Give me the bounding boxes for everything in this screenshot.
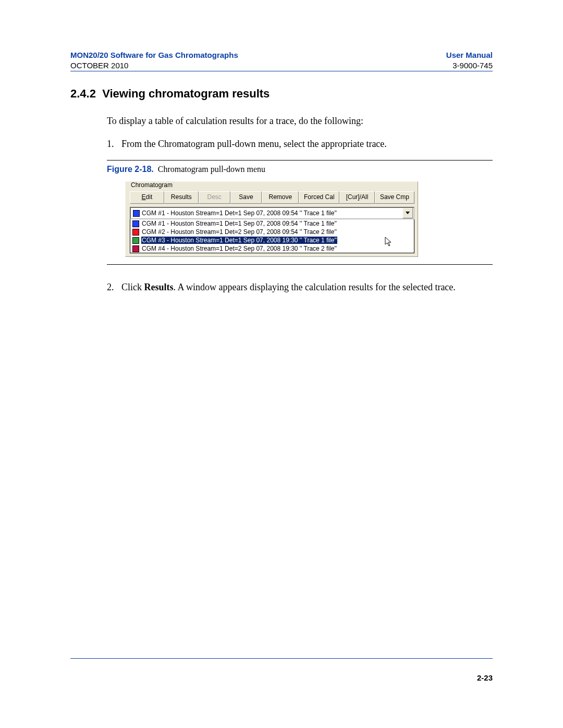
- page-number: 2-23: [477, 673, 493, 682]
- dropdown-item-3[interactable]: CGM #3 - Houston Stream=1 Det=1 Sep 07, …: [130, 236, 414, 244]
- dropdown-item-text: CGM #3 - Houston Stream=1 Det=1 Sep 07, …: [141, 237, 337, 244]
- combo-selected-text: CGM #1 - Houston Stream=1 Det=1 Sep 07, …: [142, 209, 337, 217]
- trace-combobox[interactable]: CGM #1 - Houston Stream=1 Det=1 Sep 07, …: [130, 207, 414, 219]
- figure-caption-text: Chromatogram pull-down menu: [158, 165, 265, 174]
- results-button[interactable]: Results: [164, 191, 199, 204]
- desc-button: Desc: [199, 191, 230, 204]
- figure-label: Figure 2-18.: [107, 165, 154, 174]
- step-2: 2. Click Results. A window appears displ…: [107, 280, 493, 294]
- combo-swatch-icon: [133, 210, 140, 217]
- save-button[interactable]: Save: [230, 191, 262, 204]
- save-cmp-button[interactable]: Save Cmp: [375, 191, 414, 204]
- chevron-down-icon[interactable]: [402, 208, 413, 218]
- cur-all-button[interactable]: [Cur]/All: [339, 191, 375, 204]
- toolbar: Edit Results Desc Save Remove Forced Cal…: [130, 191, 414, 204]
- dropdown-item-text: CGM #4 - Houston Stream=1 Det=2 Sep 07, …: [141, 245, 337, 252]
- trace-dropdown-list[interactable]: CGM #1 - Houston Stream=1 Det=1 Sep 07, …: [130, 219, 414, 253]
- header-date: OCTOBER 2010: [70, 61, 128, 70]
- section-number: 2.4.2: [70, 87, 96, 101]
- header-rule: [70, 71, 493, 71]
- swatch-icon: [132, 220, 139, 227]
- edit-button[interactable]: Edit: [130, 191, 164, 204]
- figure-top-rule: [107, 160, 493, 161]
- step-1-number: 1.: [107, 137, 121, 151]
- svg-marker-0: [406, 212, 410, 214]
- dropdown-item-4[interactable]: CGM #4 - Houston Stream=1 Det=2 Sep 07, …: [130, 244, 414, 253]
- header-doc-number: 3-9000-745: [452, 61, 493, 70]
- dropdown-item-text: CGM #1 - Houston Stream=1 Det=1 Sep 07, …: [141, 220, 337, 227]
- chromatogram-panel: Chromatogram Edit Results Desc Save Remo…: [125, 181, 418, 257]
- step-1: 1. From the Chromatogram pull-down menu,…: [107, 137, 493, 151]
- step-2-number: 2.: [107, 280, 121, 294]
- step-1-text: From the Chromatogram pull-down menu, se…: [121, 137, 387, 151]
- header-product-title: MON20/20 Software for Gas Chromatographs: [70, 50, 238, 60]
- forced-cal-button[interactable]: Forced Cal: [299, 191, 339, 204]
- swatch-icon: [132, 229, 139, 236]
- figure-caption: Figure 2-18. Chromatogram pull-down menu: [107, 165, 493, 174]
- footer-rule: [70, 658, 493, 659]
- dropdown-item-2[interactable]: CGM #2 - Houston Stream=1 Det=2 Sep 07, …: [130, 228, 414, 236]
- figure-bottom-rule: [107, 264, 493, 265]
- dropdown-item-text: CGM #2 - Houston Stream=1 Det=2 Sep 07, …: [141, 228, 337, 236]
- step-2-text: Click Results. A window appears displayi…: [121, 280, 456, 294]
- remove-button[interactable]: Remove: [262, 191, 299, 204]
- swatch-icon: [132, 245, 139, 252]
- section-title-text: Viewing chromatogram results: [102, 87, 270, 100]
- section-heading: 2.4.2 Viewing chromatogram results: [70, 87, 493, 101]
- dropdown-item-1[interactable]: CGM #1 - Houston Stream=1 Det=1 Sep 07, …: [130, 219, 414, 228]
- header-manual-label: User Manual: [446, 50, 493, 60]
- group-label: Chromatogram: [130, 181, 174, 189]
- swatch-icon: [132, 237, 139, 244]
- intro-paragraph: To display a table of calculation result…: [107, 114, 493, 128]
